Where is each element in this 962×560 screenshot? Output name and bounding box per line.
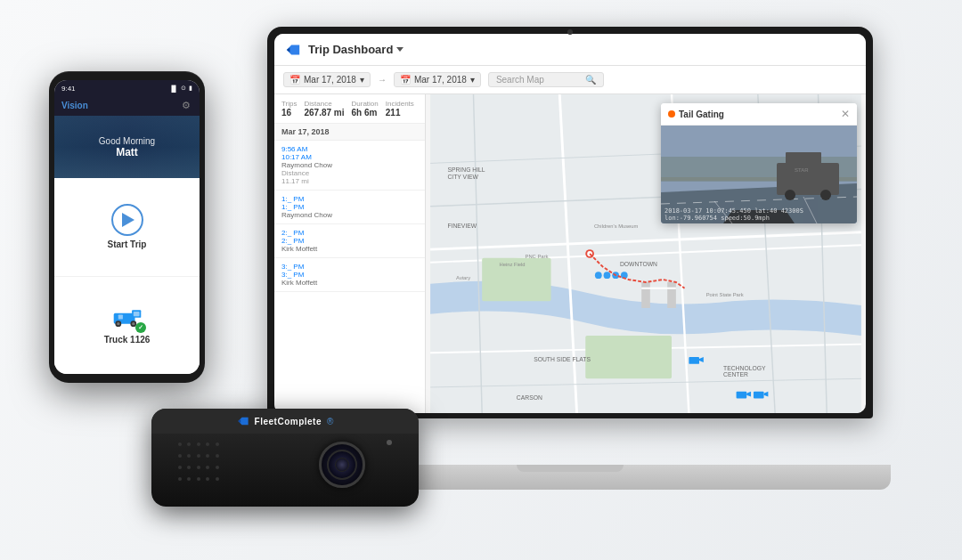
- stat-distance: Distance 267.87 mi: [304, 100, 344, 118]
- trip-entry[interactable]: 1:_ PM 1:_ PM Raymond Chow: [274, 191, 425, 224]
- grill-dot: [216, 477, 219, 481]
- laptop-camera: [567, 29, 573, 35]
- grill-dot: [178, 477, 182, 481]
- phone-status-bar: 9:41 ▐▌ ⊙ ▮: [54, 80, 200, 96]
- svg-rect-12: [667, 282, 676, 308]
- date-from-value: Mar 17, 2018: [304, 75, 356, 85]
- signal-icon: ▐▌: [169, 85, 178, 92]
- grill-dot: [206, 454, 209, 458]
- phone-dashboard-bg: Good Morning Matt: [54, 116, 200, 178]
- svg-point-52: [785, 190, 795, 200]
- svg-text:CITY VIEW: CITY VIEW: [447, 174, 478, 180]
- trip-driver: Kirk Moffett: [281, 245, 418, 253]
- truck-icon-wrapper: ✓: [112, 306, 143, 331]
- settings-icon[interactable]: ⚙: [182, 100, 192, 110]
- svg-rect-44: [754, 392, 764, 399]
- app-title: Trip Dashboard: [308, 43, 404, 56]
- svg-text:TECHNOLOGY: TECHNOLOGY: [723, 365, 766, 371]
- date-to-picker[interactable]: 📅 Mar 17, 2018 ▾: [394, 72, 481, 87]
- grill-dot: [216, 454, 219, 458]
- trip-time-start: 1:_ PM: [281, 195, 418, 203]
- truck-check-badge: ✓: [135, 322, 146, 333]
- trip-driver: Raymond Chow: [281, 161, 418, 169]
- phone-app-header: Vision ⚙: [54, 96, 200, 116]
- app-topbar: Trip Dashboard: [274, 34, 866, 66]
- svg-text:Point State Park: Point State Park: [706, 292, 744, 297]
- play-icon: [122, 213, 135, 227]
- title-dropdown-icon[interactable]: [396, 47, 404, 52]
- fleet-complete-dashcam-logo-icon: [237, 415, 249, 427]
- grill-dot: [197, 442, 200, 446]
- trip-distance-label: Distance: [281, 169, 418, 177]
- laptop-hinge: [517, 465, 624, 472]
- svg-rect-13: [641, 282, 650, 308]
- stat-trips: Trips 16: [281, 100, 297, 118]
- app-filters: 📅 Mar 17, 2018 ▾ → 📅 Mar 17, 2018 ▾ Sear…: [274, 66, 866, 94]
- svg-text:PNC Park: PNC Park: [526, 254, 549, 259]
- start-trip-label: Start Trip: [108, 239, 147, 249]
- lens-inner: [327, 450, 357, 480]
- grill-dot: [187, 442, 191, 446]
- svg-text:STAR: STAR: [795, 167, 809, 173]
- search-placeholder-text: Search Map: [496, 75, 544, 85]
- truck-menu-item[interactable]: ✓ Truck 1126: [54, 277, 200, 375]
- phone-body: 9:41 ▐▌ ⊙ ▮ Vision ⚙ Good Mornin: [49, 71, 205, 383]
- incidents-label: Incidents: [386, 100, 414, 108]
- grill-dot: [178, 442, 182, 446]
- app-main-content: Trips 16 Distance 267.87 mi Duration 6h …: [274, 94, 866, 413]
- trip-time-end: 2:_ PM: [281, 237, 418, 245]
- search-map-input[interactable]: Search Map 🔍: [488, 72, 604, 87]
- incident-close-button[interactable]: ✕: [841, 108, 850, 120]
- trip-entry[interactable]: 2:_ PM 2:_ PM Kirk Moffett: [274, 224, 425, 258]
- led-indicator: [387, 440, 392, 445]
- trips-value: 16: [281, 108, 297, 118]
- lens-outer: [319, 442, 365, 488]
- phone-app-name: Vision: [61, 101, 88, 110]
- date-range-separator: →: [378, 75, 387, 85]
- incident-header: Tail Gating ✕: [661, 103, 857, 126]
- fleet-complete-logo-icon: [285, 42, 301, 58]
- battery-icon: ▮: [189, 85, 192, 92]
- svg-rect-59: [118, 314, 122, 319]
- grill-dot: [178, 454, 182, 458]
- svg-point-36: [595, 272, 602, 279]
- grill-dot: [206, 477, 209, 481]
- map-area[interactable]: SPRING HILL CITY VIEW LOWER LAWRENCEVILL…: [426, 94, 866, 413]
- trip-time-start: 2:_ PM: [281, 229, 418, 237]
- trip-entry[interactable]: 3:_ PM 3:_ PM Kirk Moffett: [274, 258, 425, 292]
- grill-dot: [187, 454, 191, 458]
- grill-dot: [206, 442, 209, 446]
- svg-text:SOUTH SIDE FLATS: SOUTH SIDE FLATS: [534, 356, 591, 362]
- svg-text:Children's Museum: Children's Museum: [594, 223, 639, 229]
- grill-dot: [197, 477, 200, 481]
- svg-text:Aviary: Aviary: [456, 275, 470, 280]
- grill-dot: [197, 466, 200, 469]
- duration-value: 6h 6m: [352, 108, 379, 118]
- svg-text:Heinz Field: Heinz Field: [500, 263, 526, 268]
- incident-popup[interactable]: Tail Gating ✕: [661, 103, 857, 223]
- start-trip-menu-item[interactable]: Start Trip: [54, 178, 200, 277]
- incident-dot: [668, 110, 675, 118]
- trip-time-start: 9:56 AM: [281, 145, 418, 153]
- video-timestamp: 2018-03-17 10:07:45.450 lat:40 42300S lo…: [664, 207, 857, 222]
- trip-entry[interactable]: 9:56 AM 10:17 AM Raymond Chow Distance 1…: [274, 141, 425, 191]
- date-from-picker[interactable]: 📅 Mar 17, 2018 ▾: [283, 72, 371, 87]
- dashcam-brand-label: FleetComplete: [255, 417, 322, 426]
- stat-incidents: Incidents 211: [386, 100, 414, 118]
- camera-lens: [319, 442, 365, 488]
- trip-time-end: 1:_ PM: [281, 203, 418, 211]
- svg-text:CARSON: CARSON: [517, 394, 542, 401]
- phone-time: 9:41: [61, 85, 76, 93]
- svg-point-53: [820, 190, 831, 200]
- stats-row: Trips 16 Distance 267.87 mi Duration 6h …: [274, 94, 425, 124]
- trips-label: Trips: [281, 100, 297, 108]
- trip-time-start: 3:_ PM: [281, 263, 418, 271]
- greeting-line: Good Morning: [99, 136, 155, 146]
- svg-point-37: [604, 272, 611, 279]
- dashcam-body: FleetComplete ®: [151, 409, 419, 507]
- incident-title-text: Tail Gating: [679, 110, 724, 119]
- speaker-grill: [178, 442, 223, 487]
- lens-core: [335, 458, 349, 472]
- grill-dot: [206, 466, 209, 469]
- search-icon: 🔍: [585, 75, 596, 85]
